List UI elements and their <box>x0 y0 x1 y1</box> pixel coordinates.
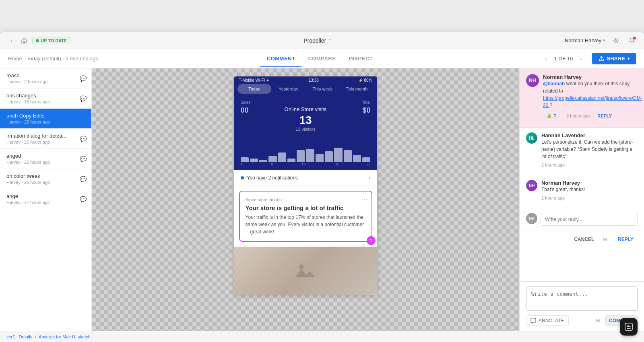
reply-button[interactable]: REPLY <box>597 113 612 118</box>
right-panel: NH Norman Harvey @hannah what do you thi… <box>519 68 644 331</box>
phone-tab-thisweek[interactable]: This week <box>305 84 340 94</box>
markdown-icon[interactable]: M↓ <box>601 235 611 243</box>
tab-comment[interactable]: COMMENT <box>260 50 302 67</box>
comment-icon-1: 💬 <box>80 95 87 102</box>
avatar-hannah: HL <box>526 132 537 144</box>
comment-icon-5: 💬 <box>80 176 87 182</box>
comment-icon-0: 💬 <box>80 75 87 82</box>
home-button[interactable] <box>19 36 29 45</box>
card-badge: 1 <box>367 236 376 245</box>
bar-12 <box>344 150 352 162</box>
bar-9 <box>316 154 324 162</box>
bar-7 <box>297 150 305 162</box>
title-chevron: ⌃ <box>328 38 332 43</box>
pagination: ‹ 1 OF 16 › <box>541 54 586 64</box>
phone-tab-thismonth[interactable]: This month <box>340 84 374 94</box>
sync-status[interactable]: UP TO DATE <box>32 37 70 44</box>
emoji-reaction[interactable]: 👍 1 <box>543 112 559 119</box>
bar-10 <box>325 151 333 162</box>
settings-button[interactable] <box>610 35 621 46</box>
comment-icon-4: 💬 <box>80 156 87 162</box>
svg-point-2 <box>299 264 304 269</box>
app-title[interactable]: Propeller ⌃ <box>75 37 560 44</box>
sidebar-item-4[interactable]: anged Harvey · 26 hours ago 💬 <box>0 149 91 169</box>
prev-page-button[interactable]: ‹ <box>541 54 551 64</box>
svg-rect-3 <box>531 318 536 322</box>
store-traffic-card: Since store launch ··· Your store is get… <box>239 191 372 242</box>
markdown-icon2[interactable]: M↓ <box>596 318 602 323</box>
tabs: COMMENT COMPARE INSPECT <box>99 50 541 67</box>
reply-norman-body: Norman Harvey That's great, thanks! 2 ho… <box>541 180 638 200</box>
main-comment: NH Norman Harvey @hannah what do you thi… <box>520 68 644 128</box>
chart-bars <box>241 138 371 162</box>
user-menu[interactable]: Norman Harvey ▾ <box>565 37 605 43</box>
bar-1 <box>241 157 249 162</box>
sidebar-item-3[interactable]: irmation dialog for deleti... Harvey · 2… <box>0 129 91 149</box>
notification-dot <box>633 37 636 39</box>
main-comment-time: 2 hours ago <box>566 113 590 118</box>
file-link-1[interactable]: ver/1. Details <box>6 334 32 339</box>
content-area: rease Harvey · 2 hours ago 💬 ons changes… <box>0 68 644 331</box>
reply-norman-user: Norman Harvey <box>541 180 638 186</box>
title-right: Norman Harvey ▾ <box>565 35 638 46</box>
comment-input[interactable] <box>526 286 638 311</box>
file-link-2[interactable]: Abstract for Mac UI.sketch <box>39 334 91 339</box>
main-comment-body: Norman Harvey @hannah what do you think … <box>543 74 642 119</box>
tab-inspect[interactable]: INSPECT <box>342 50 379 67</box>
app-window: › UP TO DATE Propeller ⌃ Norman Harvey ▾ <box>0 32 644 342</box>
abstract-icon[interactable] <box>620 318 638 336</box>
notif-left: You have 2 notifications <box>241 175 298 181</box>
tab-compare[interactable]: COMPARE <box>301 50 342 67</box>
main-comment-user: Norman Harvey <box>543 74 642 80</box>
reply-norman-time: 2 hours ago <box>541 196 638 200</box>
avatar-norman-sm: NH <box>526 180 537 191</box>
sidebar-item-1[interactable]: ons changes Harvey · 18 hours ago 💬 <box>0 89 91 109</box>
notif-arrow: › <box>368 174 370 181</box>
notifications-button[interactable] <box>626 35 638 46</box>
bar-13 <box>353 155 361 162</box>
sync-dot <box>36 39 39 42</box>
reply-input[interactable] <box>541 213 638 226</box>
share-chevron: ▾ <box>627 56 630 61</box>
sidebar-item-2[interactable]: unch Copy Edits Harvey · 20 hours ago <box>0 109 91 129</box>
comment-icon-3: 💬 <box>80 136 87 142</box>
annotate-button[interactable]: ANNOTATE <box>526 315 569 326</box>
sidebar: rease Harvey · 2 hours ago 💬 ons changes… <box>0 68 92 331</box>
comment-link[interactable]: https://propeller.atlassian.net/jira/sof… <box>543 95 642 108</box>
nav-controls: › UP TO DATE <box>6 36 70 45</box>
sidebar-item-5[interactable]: on color tweak Harvey · 26 hours ago 💬 <box>0 169 91 189</box>
bar-8 <box>306 149 314 162</box>
sidebar-item-6[interactable]: ange Harvey · 27 hours ago 💬 <box>0 189 91 209</box>
forward-button[interactable]: › <box>6 36 16 45</box>
reply-actions: CANCEL M↓ REPLY <box>520 231 644 248</box>
sidebar-item-0[interactable]: rease Harvey · 2 hours ago 💬 <box>0 68 91 89</box>
cancel-button[interactable]: CANCEL <box>570 234 598 245</box>
reply-hannah-header: HL Hannah Lavender Let's personalize it.… <box>526 132 638 167</box>
phone-tab-yesterday[interactable]: Yesterday <box>271 84 305 94</box>
next-page-button[interactable]: › <box>576 54 586 64</box>
phone-chart: 4 8 12 16 20 <box>234 138 377 170</box>
reply-hannah: HL Hannah Lavender Let's personalize it.… <box>520 128 644 175</box>
phone-tab-today[interactable]: Today <box>237 84 272 94</box>
breadcrumb: Home - Today (default) · 5 minutes ago <box>8 56 99 62</box>
comment-icon-6: 💬 <box>80 196 87 202</box>
reply-input-area: NH <box>520 208 644 231</box>
share-button[interactable]: SHARE ▾ <box>592 53 636 64</box>
reply-hannah-time: 2 hours ago <box>541 163 638 167</box>
bar-3 <box>259 160 267 162</box>
notification-row[interactable]: You have 2 notifications › <box>234 170 377 186</box>
avatar-current-user: NH <box>526 213 537 224</box>
photo-placeholder <box>234 247 377 295</box>
reply-hannah-user: Hannah Lavender <box>541 132 638 138</box>
bar-6 <box>287 159 295 162</box>
phone-stats: Sales Total 00 Online Store visits 13 13… <box>234 97 377 138</box>
toolbar: Home - Today (default) · 5 minutes ago C… <box>0 49 644 68</box>
main-comment-text: @hannah what do you think of this copy r… <box>543 80 642 109</box>
bar-4 <box>268 156 277 162</box>
reply-norman-header: NH Norman Harvey That's great, thanks! 2… <box>526 180 638 200</box>
title-bar: › UP TO DATE Propeller ⌃ Norman Harvey ▾ <box>0 32 644 49</box>
card-menu[interactable]: ··· <box>362 196 367 203</box>
reply-norman: NH Norman Harvey That's great, thanks! 2… <box>520 175 644 208</box>
photo-area <box>234 247 377 295</box>
reply-send-button[interactable]: REPLY <box>614 234 638 245</box>
